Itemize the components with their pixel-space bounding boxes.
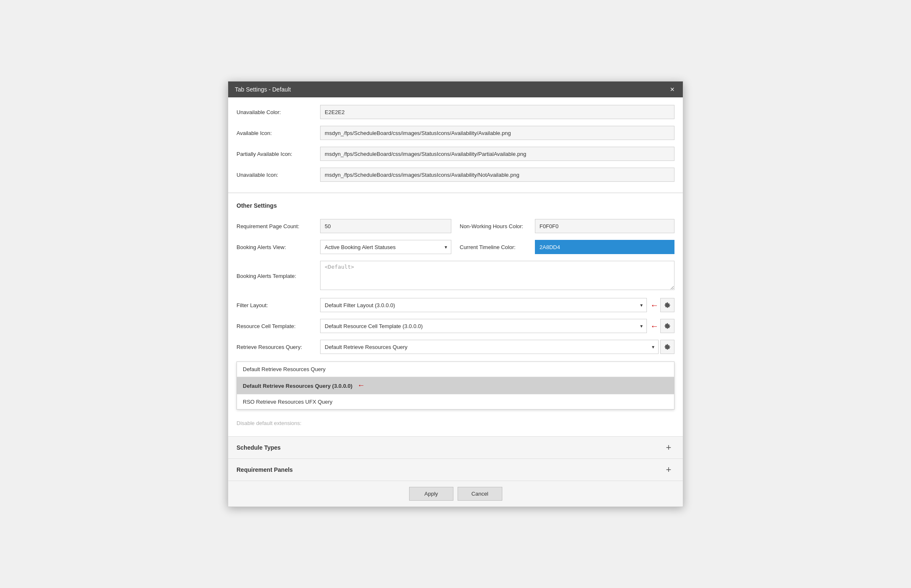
requirement-panels-section[interactable]: Requirement Panels + xyxy=(228,458,683,481)
timeline-color-input[interactable] xyxy=(535,240,674,254)
retrieve-resources-gear-button[interactable] xyxy=(660,340,674,354)
available-icon-input[interactable] xyxy=(320,126,674,140)
nonworking-input[interactable] xyxy=(535,219,674,233)
close-button[interactable]: × xyxy=(668,86,676,93)
unavailable-color-field xyxy=(320,105,674,119)
apply-button[interactable]: Apply xyxy=(409,487,454,501)
booking-alerts-template-input[interactable]: <Default> xyxy=(320,261,674,290)
unavailable-icon-input[interactable] xyxy=(320,168,674,182)
unavailable-icon-label: Unavailable Icon: xyxy=(237,172,320,178)
filter-layout-label: Filter Layout: xyxy=(237,302,320,308)
schedule-types-add-button[interactable]: + xyxy=(663,442,674,453)
nonworking-field xyxy=(535,219,674,233)
resource-cell-arrow-indicator: ← xyxy=(650,321,659,331)
filter-layout-select-wrapper: Default Filter Layout (3.0.0.0) ▼ xyxy=(320,298,647,312)
filter-layout-row: Filter Layout: Default Filter Layout (3.… xyxy=(237,295,674,316)
resource-cell-template-row: Resource Cell Template: Default Resource… xyxy=(237,316,674,336)
booking-alerts-template-label: Booking Alerts Template: xyxy=(237,273,320,279)
retrieve-resources-select[interactable]: Default Retrieve Resources Query xyxy=(320,340,659,354)
unavailable-color-label: Unavailable Color: xyxy=(237,109,320,115)
timeline-color-field xyxy=(535,240,674,254)
requirement-panels-title: Requirement Panels xyxy=(237,466,293,473)
resource-cell-template-label: Resource Cell Template: xyxy=(237,323,320,329)
booking-alerts-select-wrapper: Active Booking Alert Statuses ▼ xyxy=(320,240,451,254)
section-divider-1 xyxy=(228,193,683,193)
dialog-title: Tab Settings - Default xyxy=(235,86,291,93)
gear-icon-2 xyxy=(664,323,671,329)
dialog-footer: Apply Cancel xyxy=(228,481,683,507)
timeline-color-col: Current Timeline Color: xyxy=(460,240,674,254)
booking-alerts-select[interactable]: Active Booking Alert Statuses xyxy=(320,240,451,254)
nonworking-label: Non-Working Hours Color: xyxy=(460,223,535,229)
dropdown-selected-arrow-indicator: ← xyxy=(357,381,365,389)
schedule-types-title: Schedule Types xyxy=(237,444,281,451)
requirement-panels-add-button[interactable]: + xyxy=(663,464,674,476)
dropdown-item-rso[interactable]: RSO Retrieve Resources UFX Query xyxy=(237,395,674,409)
other-settings-section: Requirement Page Count: Non-Working Hour… xyxy=(228,211,683,361)
disable-extensions-section: Disable default extensions: xyxy=(228,410,683,436)
resource-cell-select[interactable]: Default Resource Cell Template (3.0.0.0) xyxy=(320,319,647,333)
retrieve-resources-row: Retrieve Resources Query: Default Retrie… xyxy=(237,336,674,357)
booking-alerts-timeline-row: Booking Alerts View: Active Booking Aler… xyxy=(237,237,674,257)
partially-available-icon-field xyxy=(320,147,674,161)
booking-alerts-template-row: Booking Alerts Template: <Default> xyxy=(237,257,674,295)
partially-available-icon-label: Partially Available Icon: xyxy=(237,151,320,157)
top-fields-section: Unavailable Color: Available Icon: Parti… xyxy=(228,97,683,189)
resource-cell-select-wrapper: Default Resource Cell Template (3.0.0.0)… xyxy=(320,319,647,333)
nonworking-col: Non-Working Hours Color: xyxy=(460,219,674,233)
page-count-col: Requirement Page Count: xyxy=(237,219,451,233)
booking-alerts-template-field: <Default> xyxy=(320,261,674,291)
available-icon-label: Available Icon: xyxy=(237,130,320,136)
other-settings-title: Other Settings xyxy=(228,198,683,211)
unavailable-icon-field xyxy=(320,168,674,182)
booking-alerts-col: Booking Alerts View: Active Booking Aler… xyxy=(237,240,451,254)
filter-layout-gear-button[interactable] xyxy=(660,298,674,312)
retrieve-resources-dropdown-menu: Default Retrieve Resources Query Default… xyxy=(237,361,674,410)
page-count-input[interactable] xyxy=(320,219,451,233)
unavailable-icon-row: Unavailable Icon: xyxy=(237,164,674,185)
available-icon-field xyxy=(320,126,674,140)
tab-settings-dialog: Tab Settings - Default × Unavailable Col… xyxy=(228,81,683,507)
partially-available-icon-input[interactable] xyxy=(320,147,674,161)
filter-layout-arrow-indicator: ← xyxy=(650,300,659,310)
disable-extensions-row: Disable default extensions: xyxy=(237,414,674,432)
booking-alerts-view-label: Booking Alerts View: xyxy=(237,244,320,250)
page-count-label: Requirement Page Count: xyxy=(237,223,320,229)
unavailable-color-row: Unavailable Color: xyxy=(237,102,674,122)
partially-available-icon-row: Partially Available Icon: xyxy=(237,143,674,164)
gear-icon-3 xyxy=(664,344,671,350)
cancel-button[interactable]: Cancel xyxy=(458,487,502,501)
retrieve-resources-label: Retrieve Resources Query: xyxy=(237,344,320,350)
disable-extensions-label: Disable default extensions: xyxy=(237,420,320,426)
page-count-nonworking-row: Requirement Page Count: Non-Working Hour… xyxy=(237,216,674,237)
unavailable-color-input[interactable] xyxy=(320,105,674,119)
schedule-types-section[interactable]: Schedule Types + xyxy=(228,436,683,458)
timeline-color-label: Current Timeline Color: xyxy=(460,244,535,250)
page-count-field xyxy=(320,219,451,233)
resource-cell-gear-button[interactable] xyxy=(660,319,674,333)
filter-layout-field: Default Filter Layout (3.0.0.0) ▼ ← xyxy=(320,298,674,312)
filter-layout-select[interactable]: Default Filter Layout (3.0.0.0) xyxy=(320,298,647,312)
retrieve-resources-field: Default Retrieve Resources Query ▼ xyxy=(320,340,674,354)
gear-icon xyxy=(664,302,671,308)
resource-cell-template-field: Default Resource Cell Template (3.0.0.0)… xyxy=(320,319,674,333)
dialog-body: Unavailable Color: Available Icon: Parti… xyxy=(228,97,683,481)
available-icon-row: Available Icon: xyxy=(237,122,674,143)
retrieve-resources-select-wrapper: Default Retrieve Resources Query ▼ xyxy=(320,340,659,354)
dropdown-item-default[interactable]: Default Retrieve Resources Query xyxy=(237,362,674,377)
dropdown-item-versioned[interactable]: Default Retrieve Resources Query (3.0.0.… xyxy=(237,377,674,395)
dialog-header: Tab Settings - Default × xyxy=(228,81,683,97)
